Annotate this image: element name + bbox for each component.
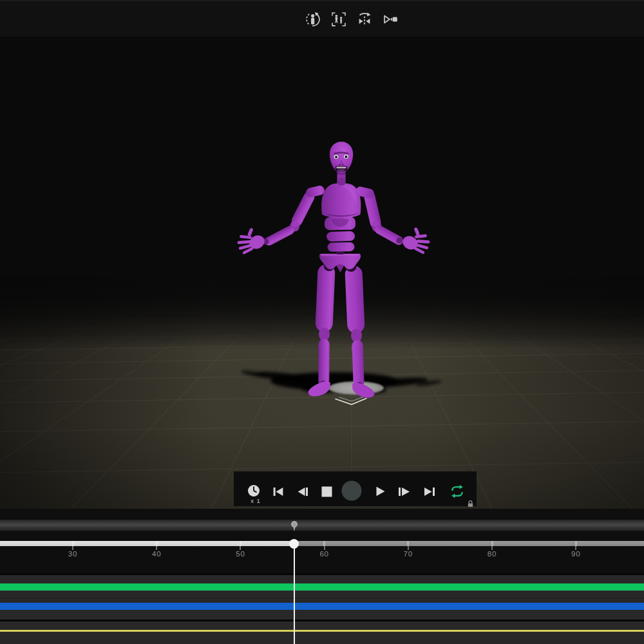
frame-characters-button[interactable] bbox=[330, 11, 347, 28]
ruler-label: 60 bbox=[319, 550, 328, 558]
loop-icon bbox=[450, 484, 465, 499]
top-toolbar bbox=[0, 0, 644, 37]
playhead-line bbox=[294, 547, 295, 644]
frame-tick bbox=[240, 541, 242, 546]
timeline-scrollbar[interactable] bbox=[0, 520, 644, 531]
playback-speed-button[interactable] bbox=[245, 483, 262, 498]
track-separator bbox=[0, 573, 644, 575]
track-separator bbox=[0, 598, 644, 599]
ruler-label: 90 bbox=[571, 550, 580, 558]
ruler-label: 70 bbox=[404, 550, 413, 558]
stop-icon bbox=[321, 486, 333, 498]
step-forward-button[interactable] bbox=[396, 484, 413, 498]
play-icon bbox=[374, 485, 386, 498]
rotate-around-character-button[interactable] bbox=[305, 11, 321, 28]
ruler-label: 80 bbox=[488, 550, 497, 558]
mirror-icon bbox=[356, 11, 373, 28]
playback-bar: x 1 bbox=[234, 471, 477, 506]
ruler-label: 50 bbox=[236, 550, 245, 558]
stop-button[interactable] bbox=[318, 484, 335, 498]
jump-to-start-button[interactable] bbox=[270, 484, 287, 498]
playhead-handle[interactable] bbox=[289, 539, 299, 549]
camera-play-icon bbox=[382, 11, 399, 28]
clock-icon bbox=[247, 484, 261, 498]
record-icon bbox=[341, 480, 362, 501]
frame-tick bbox=[407, 541, 409, 546]
yellow-track[interactable] bbox=[0, 630, 644, 632]
person-orbit-icon bbox=[305, 11, 321, 28]
frame-tick bbox=[575, 541, 577, 546]
track-separator bbox=[0, 620, 644, 621]
timeline-scrollbar-handle[interactable] bbox=[290, 521, 298, 531]
mirror-pose-button[interactable] bbox=[356, 11, 373, 28]
ruler-label: 40 bbox=[152, 550, 161, 558]
frame-tick bbox=[156, 541, 158, 546]
frame-characters-icon bbox=[330, 11, 347, 28]
blue-track[interactable] bbox=[0, 603, 644, 610]
timeline-progress-track[interactable] bbox=[0, 541, 644, 546]
record-button[interactable] bbox=[341, 480, 362, 501]
timeline-progress-elapsed bbox=[0, 541, 294, 546]
frame-tick bbox=[72, 541, 74, 546]
skip-start-icon bbox=[272, 486, 285, 498]
step-forward-icon bbox=[397, 486, 412, 498]
jump-to-end-button[interactable] bbox=[421, 484, 438, 498]
timeline-panel: 30405060708090 bbox=[0, 509, 644, 644]
frame-tick bbox=[491, 541, 493, 546]
ruler-label: 30 bbox=[68, 550, 77, 558]
step-back-button[interactable] bbox=[294, 484, 311, 498]
green-track[interactable] bbox=[0, 583, 644, 591]
step-back-icon bbox=[296, 486, 309, 498]
camera-view-button[interactable] bbox=[382, 11, 399, 28]
frame-tick bbox=[323, 541, 325, 546]
loop-button[interactable] bbox=[448, 483, 466, 500]
play-button[interactable] bbox=[372, 484, 388, 498]
playback-speed-label: x 1 bbox=[248, 497, 263, 504]
skip-end-icon bbox=[422, 486, 437, 498]
timeline-tracks bbox=[0, 573, 644, 644]
viewport-3d[interactable] bbox=[0, 38, 644, 509]
